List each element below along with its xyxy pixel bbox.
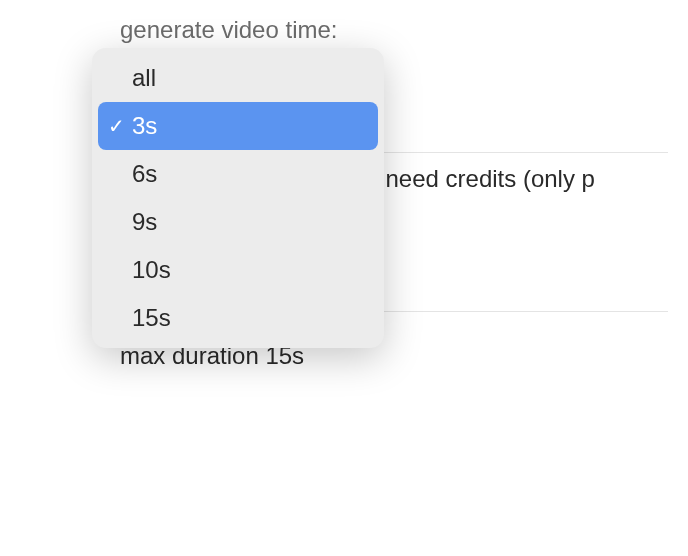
dropdown-option-6s[interactable]: 6s (98, 150, 378, 198)
generate-time-label: generate video time: (120, 16, 668, 44)
dropdown-option-label: 10s (132, 256, 171, 284)
dropdown-option-9s[interactable]: 9s (98, 198, 378, 246)
dropdown-option-3s[interactable]: ✓ 3s (98, 102, 378, 150)
dropdown-option-10s[interactable]: 10s (98, 246, 378, 294)
dropdown-option-label: all (132, 64, 156, 92)
dropdown-option-label: 3s (132, 112, 157, 140)
settings-panel: generate video time: 3s ts every seconds… (0, 0, 688, 382)
generate-time-dropdown[interactable]: all ✓ 3s 6s 9s 10s 15s (92, 48, 384, 348)
dropdown-option-all[interactable]: all (98, 54, 378, 102)
dropdown-option-label: 15s (132, 304, 171, 332)
check-icon: ✓ (108, 116, 125, 136)
dropdown-option-label: 9s (132, 208, 157, 236)
dropdown-option-15s[interactable]: 15s (98, 294, 378, 342)
dropdown-option-label: 6s (132, 160, 157, 188)
